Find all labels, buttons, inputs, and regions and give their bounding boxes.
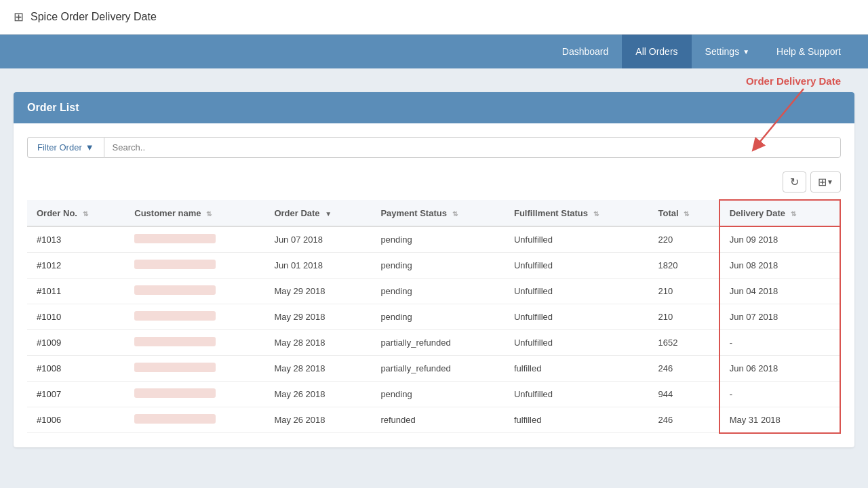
cell-total: 1820 bbox=[649, 253, 719, 279]
card-title: Order List bbox=[27, 102, 79, 113]
app-title-area: ⊞ Spice Order Delivery Date bbox=[14, 9, 157, 24]
table-row[interactable]: #1009 May 28 2018 partially_refunded Unf… bbox=[27, 330, 840, 356]
cell-customer-name bbox=[125, 356, 264, 382]
app-header: ⊞ Spice Order Delivery Date bbox=[0, 0, 868, 35]
cell-order-date: May 26 2018 bbox=[264, 407, 371, 433]
cell-delivery-date: Jun 06 2018 bbox=[719, 356, 840, 382]
cell-customer-name bbox=[125, 407, 264, 433]
sort-icon-fulfillment[interactable]: ⇅ bbox=[593, 210, 599, 218]
cell-total: 944 bbox=[649, 382, 719, 407]
cell-fulfillment-status: fulfilled bbox=[505, 356, 649, 382]
cell-delivery-date: - bbox=[719, 330, 840, 356]
settings-dropdown-icon: ▼ bbox=[743, 48, 749, 56]
cell-total: 246 bbox=[649, 356, 719, 382]
cell-order-no: #1007 bbox=[27, 382, 125, 407]
cell-order-date: May 29 2018 bbox=[264, 279, 371, 304]
app-title: Spice Order Delivery Date bbox=[31, 11, 157, 23]
view-toggle-button[interactable]: ⊞ ▼ bbox=[810, 171, 841, 192]
col-header-order-date: Order Date ▼ bbox=[264, 200, 371, 226]
table-row[interactable]: #1006 May 26 2018 refunded fulfilled 246… bbox=[27, 407, 840, 433]
cell-fulfillment-status: Unfulfilled bbox=[505, 382, 649, 407]
cell-order-no: #1008 bbox=[27, 356, 125, 382]
cell-payment-status: pending bbox=[371, 382, 505, 407]
table-row[interactable]: #1013 Jun 07 2018 pending Unfulfilled 22… bbox=[27, 226, 840, 253]
cell-order-no: #1011 bbox=[27, 279, 125, 304]
nav-all-orders[interactable]: All Orders bbox=[622, 35, 691, 68]
col-header-order-no: Order No. ⇅ bbox=[27, 200, 125, 226]
orders-table: Order No. ⇅ Customer name ⇅ Order Date ▼ bbox=[27, 199, 841, 434]
cell-payment-status: pending bbox=[371, 253, 505, 279]
cell-order-date: Jun 07 2018 bbox=[264, 226, 371, 253]
nav-settings[interactable]: Settings ▼ bbox=[692, 35, 764, 68]
sort-icon-customer[interactable]: ⇅ bbox=[206, 210, 212, 218]
sort-icon-order-no[interactable]: ⇅ bbox=[83, 210, 88, 218]
annotation-label: Order Delivery Date bbox=[746, 75, 841, 87]
cell-order-date: May 28 2018 bbox=[264, 330, 371, 356]
cell-order-date: May 26 2018 bbox=[264, 382, 371, 407]
cell-order-date: Jun 01 2018 bbox=[264, 253, 371, 279]
cell-payment-status: partially_refunded bbox=[371, 330, 505, 356]
sort-icon-delivery[interactable]: ⇅ bbox=[791, 210, 796, 218]
filter-dropdown-icon: ▼ bbox=[85, 142, 94, 152]
view-dropdown-icon: ▼ bbox=[827, 178, 833, 186]
cell-order-date: May 28 2018 bbox=[264, 356, 371, 382]
cell-fulfillment-status: Unfulfilled bbox=[505, 330, 649, 356]
sort-icon-total[interactable]: ⇅ bbox=[684, 210, 689, 218]
table-header-row: Order No. ⇅ Customer name ⇅ Order Date ▼ bbox=[27, 200, 840, 226]
refresh-icon: ↻ bbox=[790, 176, 799, 188]
cell-payment-status: refunded bbox=[371, 407, 505, 433]
card-header: Order List bbox=[14, 92, 854, 123]
nav-dashboard[interactable]: Dashboard bbox=[549, 35, 623, 68]
cell-delivery-date: May 31 2018 bbox=[719, 407, 840, 433]
sort-icon-payment[interactable]: ⇅ bbox=[452, 210, 458, 218]
cell-order-date: May 29 2018 bbox=[264, 304, 371, 330]
cell-fulfillment-status: Unfulfilled bbox=[505, 226, 649, 253]
cell-customer-name bbox=[125, 253, 264, 279]
nav-help-support[interactable]: Help & Support bbox=[763, 35, 854, 68]
filter-order-button[interactable]: Filter Order ▼ bbox=[27, 137, 104, 158]
col-header-payment-status: Payment Status ⇅ bbox=[371, 200, 505, 226]
cell-delivery-date: Jun 07 2018 bbox=[719, 304, 840, 330]
col-header-total: Total ⇅ bbox=[649, 200, 719, 226]
cell-payment-status: pending bbox=[371, 226, 505, 253]
card-body: Filter Order ▼ ↻ ⊞ ▼ bbox=[14, 123, 854, 447]
sort-icon-order-date[interactable]: ▼ bbox=[325, 210, 332, 218]
orders-table-container: Order No. ⇅ Customer name ⇅ Order Date ▼ bbox=[27, 199, 841, 434]
table-row[interactable]: #1012 Jun 01 2018 pending Unfulfilled 18… bbox=[27, 253, 840, 279]
cell-order-no: #1012 bbox=[27, 253, 125, 279]
table-row[interactable]: #1010 May 29 2018 pending Unfulfilled 21… bbox=[27, 304, 840, 330]
nav-bar: Dashboard All Orders Settings ▼ Help & S… bbox=[0, 35, 868, 68]
refresh-button[interactable]: ↻ bbox=[783, 171, 806, 192]
cell-total: 1652 bbox=[649, 330, 719, 356]
table-row[interactable]: #1008 May 28 2018 partially_refunded ful… bbox=[27, 356, 840, 382]
cell-customer-name bbox=[125, 304, 264, 330]
table-body: #1013 Jun 07 2018 pending Unfulfilled 22… bbox=[27, 226, 840, 433]
cell-fulfillment-status: Unfulfilled bbox=[505, 279, 649, 304]
main-content: Order Delivery Date Order List Filter Or… bbox=[0, 68, 868, 461]
cell-order-no: #1009 bbox=[27, 330, 125, 356]
cell-fulfillment-status: Unfulfilled bbox=[505, 253, 649, 279]
col-header-delivery-date: Delivery Date ⇅ bbox=[719, 200, 840, 226]
cell-fulfillment-status: Unfulfilled bbox=[505, 304, 649, 330]
cell-payment-status: pending bbox=[371, 279, 505, 304]
col-header-customer-name: Customer name ⇅ bbox=[125, 200, 264, 226]
cell-customer-name bbox=[125, 279, 264, 304]
cell-total: 210 bbox=[649, 279, 719, 304]
search-input[interactable] bbox=[104, 137, 841, 158]
toolbar: ↻ ⊞ ▼ bbox=[27, 171, 841, 192]
cell-delivery-date: Jun 08 2018 bbox=[719, 253, 840, 279]
cell-total: 246 bbox=[649, 407, 719, 433]
cell-fulfillment-status: fulfilled bbox=[505, 407, 649, 433]
cell-customer-name bbox=[125, 226, 264, 253]
cell-delivery-date: - bbox=[719, 382, 840, 407]
table-row[interactable]: #1011 May 29 2018 pending Unfulfilled 21… bbox=[27, 279, 840, 304]
cell-total: 210 bbox=[649, 304, 719, 330]
cell-payment-status: partially_refunded bbox=[371, 356, 505, 382]
table-row[interactable]: #1007 May 26 2018 pending Unfulfilled 94… bbox=[27, 382, 840, 407]
cell-total: 220 bbox=[649, 226, 719, 253]
cell-order-no: #1010 bbox=[27, 304, 125, 330]
cell-payment-status: pending bbox=[371, 304, 505, 330]
view-icon: ⊞ bbox=[818, 176, 827, 188]
cell-customer-name bbox=[125, 330, 264, 356]
filter-row: Filter Order ▼ bbox=[27, 137, 841, 158]
